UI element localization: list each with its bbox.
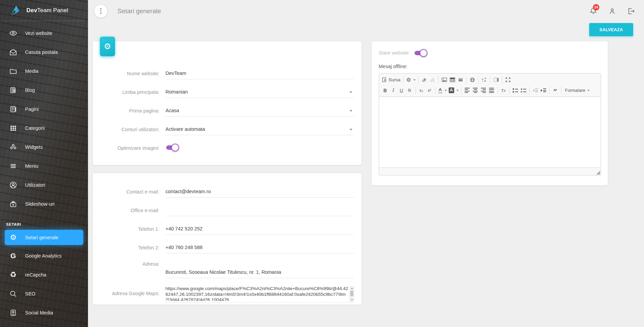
adresa-input[interactable]: Bucuresti, Soseaua Nicolae Titulescu, nr… — [165, 261, 354, 278]
nume-website-input[interactable]: DevTeam — [165, 68, 354, 79]
special-char-button[interactable] — [468, 76, 476, 84]
paragraph-format-dropdown[interactable]: Formatare — [563, 86, 592, 95]
optimizare-imagini-field — [165, 143, 354, 154]
sidebar-item-blog[interactable]: Blog — [0, 81, 88, 100]
notifications-button[interactable]: 14 — [589, 7, 598, 16]
translate-icon: ba — [482, 77, 487, 82]
brand: DevTeam Panel — [3, 0, 85, 21]
outdent-button[interactable] — [531, 86, 539, 95]
align-justify-button[interactable] — [488, 86, 496, 95]
horizontal-rule-button[interactable] — [457, 76, 465, 84]
strikethrough-button[interactable]: S — [405, 86, 414, 95]
align-left-button[interactable] — [463, 86, 471, 95]
contact-email-input[interactable]: contact@devteam.ro — [165, 187, 354, 198]
source-label: Sursa — [388, 77, 400, 82]
right-column: Stare website: Mesaj offline: Sursa — [372, 41, 608, 185]
sidebar-item-setari-generale[interactable]: ⚙ Setari generale — [5, 230, 83, 245]
sidebar-item-categorii[interactable]: Categorii — [0, 119, 88, 138]
app-root: { "brand": { "bold": "Dev", "rest": "Tea… — [0, 0, 644, 327]
text-color-button[interactable]: A — [437, 86, 448, 95]
field-label: Telefon 2: — [103, 245, 159, 253]
toolbar-row-1: Sursa ⚙ — [381, 75, 599, 85]
editor-content-area[interactable] — [379, 97, 601, 167]
remove-format-button[interactable]: Tx — [499, 86, 508, 95]
sidebar-item-widgets[interactable]: Widgets — [0, 138, 88, 157]
field-adresa: Adresa: Bucuresti, Soseaua Nicolae Titul… — [103, 261, 354, 278]
sidebar-item-social-media[interactable]: Social Media — [0, 303, 88, 322]
status-row: Stare website: — [379, 50, 601, 56]
table-button[interactable] — [448, 76, 457, 84]
kebab-menu-button[interactable] — [94, 5, 107, 18]
link-button[interactable] — [420, 76, 428, 84]
language-button[interactable]: ba — [480, 76, 488, 84]
optimizare-imagini-toggle[interactable] — [166, 145, 177, 150]
sidebar-section-setari: SETARI — [0, 213, 88, 228]
sidebar-item-seo[interactable]: SEO — [0, 284, 88, 303]
bullet-list-button[interactable] — [519, 86, 528, 95]
align-right-button[interactable] — [480, 86, 488, 95]
field-limba-principala: Limba principala: Romanian — [103, 87, 354, 98]
align-justify-icon — [489, 88, 494, 93]
sidebar-item-label: Google Analytics — [25, 253, 62, 259]
bold-button[interactable]: B — [381, 86, 389, 95]
select-block-icon — [493, 77, 499, 82]
templates-button[interactable]: ⚙ — [405, 76, 416, 84]
sidebar-item-label: Social Media — [25, 310, 53, 315]
website-status-card: Stare website: Mesaj offline: Sursa — [372, 41, 608, 185]
sidebar-item-label: Widgets — [25, 144, 43, 150]
sidebar-item-media[interactable]: Media — [0, 62, 88, 81]
indent-button[interactable] — [539, 86, 548, 95]
notification-badge: 14 — [593, 4, 599, 11]
sidebar-item-vezi-website[interactable]: Vezi website — [0, 24, 88, 43]
field-label: Contact e-mail: — [103, 189, 159, 198]
subscript-button[interactable]: x₂ — [417, 86, 425, 95]
sidebar-item-meniu[interactable]: Meniu — [0, 157, 88, 176]
bg-color-button[interactable]: A — [448, 86, 460, 95]
textarea-scrollbar[interactable] — [350, 286, 354, 302]
align-center-button[interactable] — [471, 86, 480, 95]
prima-pagina-select[interactable]: Acasa — [165, 106, 354, 117]
sidebar-item-label: Media — [25, 68, 39, 74]
logout-button[interactable] — [627, 7, 636, 16]
editor-footer — [379, 167, 601, 175]
telefon-1-input[interactable]: +40 742 520 252 — [165, 224, 354, 235]
sidebar-item-slideshow[interactable]: Slideshow-uri — [0, 195, 88, 213]
underline-button[interactable]: U — [397, 86, 405, 95]
google-icon: G — [9, 252, 18, 260]
field-conturi-utilizatori: Conturi utilizatori: Activare automata — [103, 124, 354, 135]
ordered-list-button[interactable] — [511, 86, 519, 95]
unlink-icon — [430, 77, 435, 82]
grid-icon — [9, 124, 18, 132]
editor-toolbar: Sursa ⚙ — [379, 74, 601, 97]
source-button[interactable]: Sursa — [381, 76, 401, 84]
maximize-button[interactable] — [504, 76, 512, 84]
select-container-button[interactable] — [492, 76, 500, 84]
field-optimizare-imagini: Optimizare imagini: — [103, 143, 354, 154]
gear-icon: ⚙ — [104, 42, 111, 50]
conturi-utilizatori-select[interactable]: Activare automata — [165, 124, 354, 135]
sidebar-item-utilizatori[interactable]: Utilizatori — [0, 176, 88, 195]
sidebar-item-pagini[interactable]: Pagini — [0, 100, 88, 119]
profile-button[interactable] — [608, 7, 617, 16]
superscript-button[interactable]: x² — [425, 86, 434, 95]
sidebar: DevTeam Panel Vezi website Casuta postal… — [0, 0, 88, 327]
limba-principala-select[interactable]: Romanian — [165, 87, 354, 98]
telefon-2-input[interactable]: +40 760 248 588 — [165, 243, 354, 253]
stare-website-toggle[interactable] — [415, 51, 426, 55]
save-button[interactable]: SALVEAZA — [589, 23, 633, 36]
chevron-down-icon — [350, 110, 352, 112]
image-button[interactable] — [440, 76, 448, 84]
chevron-down-icon — [414, 79, 416, 81]
horizontal-rule-icon — [458, 77, 463, 82]
sidebar-item-casuta-postala[interactable]: Casuta postala — [0, 43, 88, 62]
resize-handle[interactable] — [596, 171, 600, 175]
scroll-down-icon — [351, 299, 353, 301]
unlink-button[interactable] — [428, 76, 437, 84]
field-label: Adresa Google Maps: — [103, 291, 159, 303]
sidebar-item-recapcha[interactable]: ♻ reCapcha — [0, 265, 88, 284]
italic-button[interactable]: I — [389, 86, 397, 95]
sidebar-item-google-analytics[interactable]: G Google Analytics — [0, 246, 88, 265]
office-email-input[interactable] — [165, 205, 354, 216]
google-maps-textarea[interactable]: https://www.google.com/maps/place/F%C3%A… — [165, 286, 354, 303]
blockquote-button[interactable]: ” — [551, 86, 559, 95]
